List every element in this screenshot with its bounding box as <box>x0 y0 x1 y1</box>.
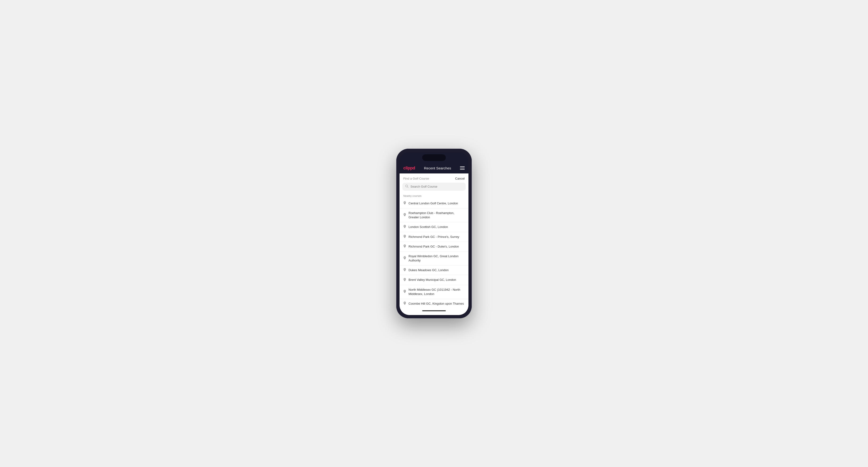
location-pin-icon <box>403 201 406 206</box>
course-name: North Middlesex GC (1011942 - North Midd… <box>408 288 465 296</box>
phone-notch <box>422 154 446 161</box>
home-indicator <box>422 310 446 311</box>
location-pin-icon <box>403 290 406 294</box>
location-pin-icon <box>403 213 406 217</box>
course-name: Richmond Park GC - Prince's, Surrey <box>408 235 459 239</box>
search-bar[interactable] <box>402 183 466 191</box>
course-item[interactable]: Central London Golf Centre, London <box>400 199 468 208</box>
cancel-button[interactable]: Cancel <box>455 177 465 180</box>
svg-line-1 <box>408 187 408 188</box>
hamburger-line-1 <box>460 166 465 167</box>
course-item[interactable]: North Middlesex GC (1011942 - North Midd… <box>400 285 468 299</box>
location-pin-icon <box>403 256 406 260</box>
phone-status-bar <box>400 152 468 164</box>
location-pin-icon <box>403 278 406 282</box>
course-name: Roehampton Club - Roehampton, Greater Lo… <box>408 211 465 219</box>
course-name: Brent Valley Municipal GC, London <box>408 278 456 282</box>
find-header: Find a Golf Course Cancel <box>400 174 468 183</box>
app-logo: clippd <box>403 166 415 170</box>
find-label: Find a Golf Course <box>403 177 429 180</box>
phone-screen: clippd Recent Searches Find a Golf Cours… <box>400 152 468 315</box>
course-item[interactable]: Brent Valley Municipal GC, London <box>400 275 468 285</box>
course-name: Richmond Park GC - Duke's, London <box>408 245 459 249</box>
course-item[interactable]: Royal Wimbledon GC, Great London Authori… <box>400 252 468 266</box>
course-item[interactable]: Coombe Hill GC, Kingston upon Thames <box>400 299 468 308</box>
course-name: Royal Wimbledon GC, Great London Authori… <box>408 254 465 262</box>
location-pin-icon <box>403 235 406 239</box>
course-name: London Scottish GC, London <box>408 225 448 229</box>
course-item[interactable]: Richmond Park GC - Duke's, London <box>400 242 468 252</box>
course-name: Coombe Hill GC, Kingston upon Thames <box>408 302 464 306</box>
search-input[interactable] <box>410 185 463 188</box>
hamburger-line-3 <box>460 169 465 170</box>
hamburger-line-2 <box>460 168 465 168</box>
location-pin-icon <box>403 245 406 249</box>
location-pin-icon <box>403 268 406 272</box>
phone-device: clippd Recent Searches Find a Golf Cours… <box>396 149 472 318</box>
screen-content: Find a Golf Course Cancel Nearby courses <box>400 174 468 315</box>
location-pin-icon <box>403 225 406 229</box>
app-header: clippd Recent Searches <box>400 164 468 174</box>
search-icon <box>405 185 408 189</box>
course-item[interactable]: Dukes Meadows GC, London <box>400 266 468 275</box>
course-item[interactable]: Richmond Park GC - Prince's, Surrey <box>400 232 468 242</box>
course-list: Central London Golf Centre, London Roeha… <box>400 199 468 308</box>
nearby-section-label: Nearby courses <box>400 193 468 199</box>
course-item[interactable]: London Scottish GC, London <box>400 222 468 232</box>
course-item[interactable]: Roehampton Club - Roehampton, Greater Lo… <box>400 208 468 222</box>
course-name: Dukes Meadows GC, London <box>408 268 448 272</box>
location-pin-icon <box>403 302 406 306</box>
phone-bottom-bar <box>400 308 468 315</box>
hamburger-menu-icon[interactable] <box>460 166 465 170</box>
course-name: Central London Golf Centre, London <box>408 201 458 206</box>
app-header-title: Recent Searches <box>424 166 451 170</box>
